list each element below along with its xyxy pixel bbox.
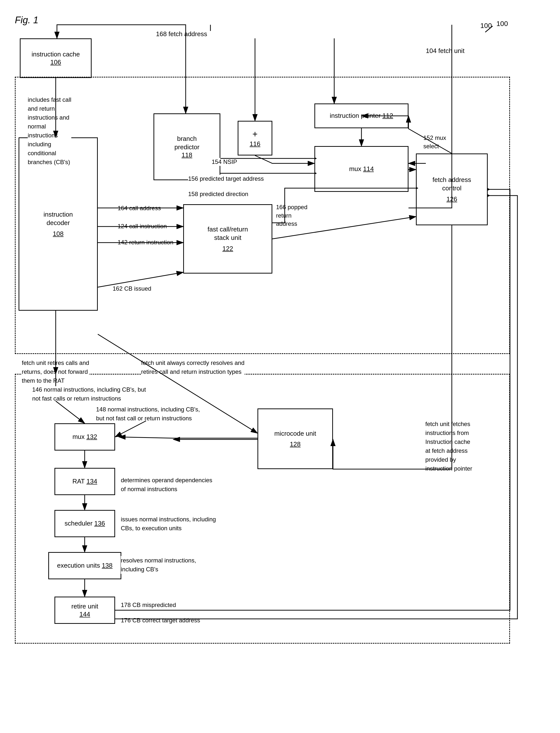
label-cb-issued: 162 CB issued: [113, 285, 151, 293]
label-determines: determines operand dependenciesof normal…: [121, 476, 212, 494]
label-fetch-unit: 104 fetch unit: [426, 47, 464, 55]
label-includes: includes fast calland returninstructions…: [28, 95, 71, 167]
label-mux-select: 152 muxselect: [423, 134, 446, 150]
label-popped-return: 166 poppedreturnaddress: [276, 203, 307, 228]
pipeline-region: [15, 374, 510, 644]
label-resolves: resolves normal instructions,including C…: [121, 556, 196, 574]
label-cb-mispredicted: 178 CB mispredicted: [121, 601, 176, 609]
label-fetch-fetches: fetch unit fetchesinstructions fromInstr…: [425, 420, 472, 473]
label-fetch-address: 168 fetch address: [156, 30, 207, 38]
label-call-address: 164 call address: [118, 204, 161, 212]
label-fetch-retires: fetch unit retires calls andreturns, doe…: [22, 358, 89, 385]
instruction-cache-num: 106: [50, 58, 61, 66]
page: Fig. 1 100 instruction cache 106 branchp…: [0, 0, 560, 733]
label-fetch-always: fetch unit always correctly resolves and…: [141, 358, 245, 376]
label-normal-146: 146 normal instructions, including CB's,…: [32, 385, 146, 403]
fig-label: Fig. 1: [15, 15, 38, 25]
label-return-instruction: 142 return instruction: [118, 238, 173, 246]
label-call-instruction: 124 call instruction: [118, 222, 167, 230]
ref-number: 100: [480, 22, 492, 30]
instruction-cache-title: instruction cache: [31, 50, 80, 59]
label-issues: issues normal instructions, includingCBs…: [121, 515, 216, 533]
label-normal-148: 148 normal instructions, including CB's,…: [96, 405, 200, 423]
label-cb-correct: 176 CB correct target address: [121, 616, 200, 624]
ref-num-text: 100: [496, 20, 508, 27]
label-nsip: 154 NSIP: [212, 158, 237, 166]
instruction-cache-box: instruction cache 106: [20, 38, 92, 78]
label-predicted-direction: 158 predicted direction: [188, 190, 248, 198]
fetch-unit-region: [15, 77, 510, 354]
label-predicted-target: 156 predicted target address: [188, 175, 264, 183]
